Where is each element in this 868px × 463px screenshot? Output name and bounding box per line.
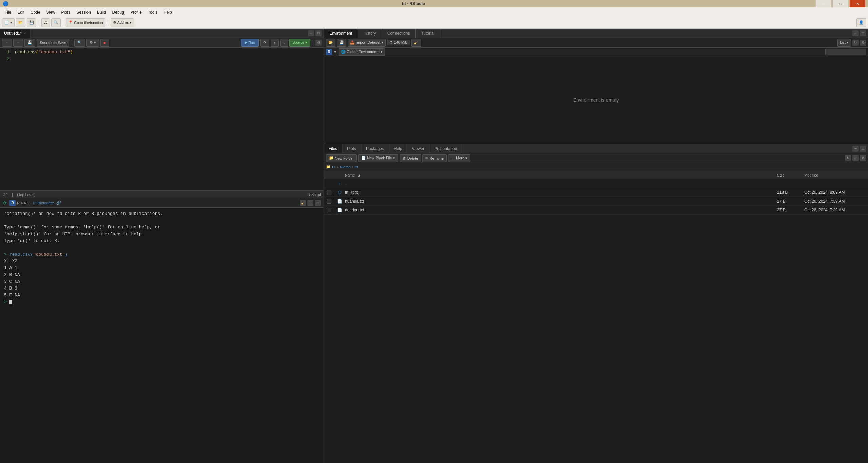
files-header-name[interactable]: Name ▲ xyxy=(345,173,777,177)
new-folder-button[interactable]: 📁 New Folder xyxy=(326,154,357,162)
global-env-button[interactable]: 🌐 Global Environment ▾ xyxy=(339,48,385,56)
editor-settings-button[interactable]: ⚙ xyxy=(315,40,322,46)
env-sub-toolbar: R ▾ 🌐 Global Environment ▾ xyxy=(324,48,868,56)
tab-help[interactable]: Help xyxy=(389,144,407,153)
new-file-dropdown-icon: ▾ xyxy=(10,20,12,25)
console-output-row-5: 5 E NA xyxy=(4,292,320,299)
forward-button[interactable]: → xyxy=(13,39,23,47)
env-save-button[interactable]: 💾 xyxy=(337,39,346,47)
console-maximize-button[interactable]: □ xyxy=(315,200,321,206)
run-up-button[interactable]: ↑ xyxy=(271,39,279,47)
env-settings-button[interactable]: ⚙ xyxy=(860,40,866,46)
find-button[interactable]: 🔍 xyxy=(51,18,61,27)
doudou-checkbox[interactable] xyxy=(327,208,331,212)
save-button[interactable]: 💾 xyxy=(27,18,36,27)
list-view-button[interactable]: List ▾ xyxy=(837,39,851,47)
run-down-button[interactable]: ↓ xyxy=(280,39,288,47)
run-button[interactable]: ▶ Run xyxy=(241,39,259,47)
more-button[interactable]: ⋯ More ▾ xyxy=(448,154,470,162)
code-tools-button[interactable]: ⚙ ▾ xyxy=(86,39,99,47)
console-prompt-symbol: > xyxy=(4,252,9,257)
files-col-name-label: Name xyxy=(345,173,355,177)
files-pane-maximize[interactable]: □ xyxy=(860,146,866,152)
save-file-button[interactable]: 💾 xyxy=(24,39,35,47)
tab-tutorial[interactable]: Tutorial xyxy=(416,29,440,38)
file-row-parent[interactable]: ↑ .. xyxy=(324,179,868,188)
files-header-size[interactable]: Size xyxy=(777,173,804,177)
file-row-huahua[interactable]: 📄 huahua.txt 27 B Oct 26, 2024, 7:39 AM xyxy=(324,197,868,206)
tab-viewer[interactable]: Viewer xyxy=(407,144,429,153)
env-open-file-button[interactable]: 📂 xyxy=(326,39,335,47)
project-options-button[interactable]: ⚙ Addins ▾ xyxy=(111,18,134,27)
console-tab-bar: ⟳ R R 4.4.1 · D:/Rleran/ttt/ 🔗 🧹 ─ □ xyxy=(0,198,324,208)
editor-pane-minimize[interactable]: ─ xyxy=(308,30,314,36)
menu-build[interactable]: Build xyxy=(94,9,109,15)
tab-environment[interactable]: Environment xyxy=(324,29,358,38)
user-menu-button[interactable]: 👤 xyxy=(856,18,866,27)
tab-connections[interactable]: Connections xyxy=(382,29,416,38)
editor-pane-maximize[interactable]: □ xyxy=(315,30,322,36)
breadcrumb-d[interactable]: D: xyxy=(332,165,336,169)
menu-session[interactable]: Session xyxy=(74,9,94,15)
tab-history[interactable]: History xyxy=(358,29,382,38)
menu-file[interactable]: File xyxy=(2,9,14,15)
menu-plots[interactable]: Plots xyxy=(59,9,73,15)
menu-profile[interactable]: Profile xyxy=(128,9,144,15)
editor-content[interactable]: 1 2 read.csv("doudou.txt") xyxy=(0,48,324,190)
open-file-button[interactable]: 📂 xyxy=(16,18,25,27)
env-pane-maximize[interactable]: □ xyxy=(860,30,866,36)
rename-label: Rename xyxy=(429,156,444,160)
new-file-button[interactable]: 📄 ▾ xyxy=(2,18,15,27)
print-button[interactable]: 🖨 xyxy=(41,18,50,27)
source-button[interactable]: Source ▾ xyxy=(289,39,310,47)
menu-debug[interactable]: Debug xyxy=(110,9,127,15)
env-refresh-button[interactable]: ↻ xyxy=(852,40,859,46)
tab-packages[interactable]: Packages xyxy=(361,144,389,153)
menu-tools[interactable]: Tools xyxy=(145,9,160,15)
huahua-checkbox[interactable] xyxy=(327,199,331,204)
file-row-rproj[interactable]: ⬡ ttt.Rproj 218 B Oct 26, 2024, 8:09 AM xyxy=(324,188,868,197)
editor-tab-close-icon[interactable]: × xyxy=(24,31,26,35)
search-in-file-button[interactable]: 🔍 xyxy=(74,39,85,47)
rename-button[interactable]: ✏ Rename xyxy=(422,154,447,162)
console-clear-button[interactable]: 🧹 xyxy=(300,200,306,206)
env-search-input[interactable] xyxy=(825,49,866,55)
breadcrumb-rleran[interactable]: Rleran xyxy=(340,165,351,169)
menu-help[interactable]: Help xyxy=(161,9,175,15)
stop-button[interactable]: ■ xyxy=(100,39,109,47)
tab-presentation[interactable]: Presentation xyxy=(429,144,462,153)
env-pane-minimize[interactable]: ─ xyxy=(852,30,859,36)
console-content[interactable]: 'citation()' on how to cite R or R packa… xyxy=(0,208,324,463)
tab-files[interactable]: Files xyxy=(324,144,342,153)
console-path-link-icon: 🔗 xyxy=(56,201,61,205)
new-blank-file-button[interactable]: 📄 New Blank File ▾ xyxy=(358,154,398,162)
menu-code[interactable]: Code xyxy=(28,9,43,15)
global-toolbar: 📄 ▾ 📂 💾 🖨 🔍 📍 Go to file/function ⚙ Addi… xyxy=(0,17,868,29)
source-on-save-button[interactable]: Source on Save xyxy=(37,39,69,47)
file-row-doudou[interactable]: 📄 doudou.txt 27 B Oct 26, 2024, 7:39 AM xyxy=(324,206,868,215)
import-dataset-button[interactable]: 📥 Import Dataset ▾ xyxy=(348,39,386,47)
go-to-file-button[interactable]: 📍 Go to file/function xyxy=(66,18,105,27)
files-refresh-button[interactable]: ↻ xyxy=(845,155,851,161)
code-editor[interactable]: read.csv("doudou.txt") xyxy=(12,48,324,190)
menu-view[interactable]: View xyxy=(44,9,58,15)
menu-edit[interactable]: Edit xyxy=(15,9,27,15)
files-header-modified[interactable]: Modified xyxy=(804,173,865,177)
tab-plots[interactable]: Plots xyxy=(342,144,361,153)
re-run-button[interactable]: ⟳ xyxy=(260,39,269,47)
new-folder-label: New Folder xyxy=(335,156,354,160)
editor-tab-untitled1[interactable]: Untitled1* × xyxy=(0,29,30,38)
close-button[interactable]: ✕ xyxy=(850,0,865,7)
clear-env-button[interactable]: 🧹 xyxy=(411,39,421,47)
files-home-button[interactable]: ⌂ xyxy=(852,155,859,161)
delete-button[interactable]: 🗑 Delete xyxy=(400,154,421,162)
huahua-modified: Oct 26, 2024, 7:39 AM xyxy=(804,199,865,204)
rproj-checkbox[interactable] xyxy=(327,190,331,195)
files-settings-button[interactable]: ⚙ xyxy=(860,155,866,161)
console-minimize-button[interactable]: ─ xyxy=(307,200,313,206)
minimize-button[interactable]: ─ xyxy=(816,0,831,7)
files-pane-minimize[interactable]: ─ xyxy=(852,146,859,152)
back-button[interactable]: ← xyxy=(2,39,12,47)
maximize-button[interactable]: □ xyxy=(833,0,848,7)
breadcrumb-ttt[interactable]: ttt xyxy=(355,165,358,169)
